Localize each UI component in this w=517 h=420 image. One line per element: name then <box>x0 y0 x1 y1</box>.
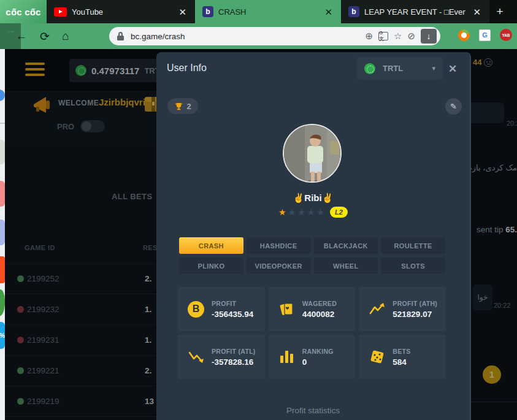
tab-strip: cốc cốc YouTube ✕ b CRASH ✕ b LEAP YEAR … <box>0 0 517 23</box>
stats-grid: B PROFIT -356435.94 WAGERED 4400082 <box>178 287 446 379</box>
stat-card-ranking: RANKING 0 <box>269 335 356 379</box>
stat-value: 4400082 <box>302 310 337 319</box>
currency-value: TRTL <box>383 64 426 73</box>
ranking-bars-icon <box>280 351 293 363</box>
avatar <box>283 124 342 183</box>
address-bar[interactable]: bc.game/crash ⊕ G文 ☆ ⊘ ↓ <box>109 27 440 45</box>
browser-toolbar: ← → ⟳ ⌂ bc.game/crash ⊕ G文 ☆ ⊘ ↓ G YAB <box>0 23 517 49</box>
star-icon: ★ <box>278 208 286 216</box>
stat-label: RANKING <box>302 348 334 355</box>
stat-value: 0 <box>302 357 334 367</box>
bitcoin-icon: B <box>188 301 204 318</box>
sidebar-divider <box>0 123 5 124</box>
tab-videopoker-stats[interactable]: VIDEOPOKER <box>247 258 311 274</box>
sidebar-app-icon[interactable] <box>0 181 5 207</box>
tab-youtube[interactable]: YouTube ✕ <box>47 0 195 23</box>
trophy-icon <box>174 102 183 111</box>
sidebar-app-icon[interactable] <box>0 256 5 283</box>
trtl-coin-icon <box>364 63 375 74</box>
game-tabs: CRASH HASHDICE BLACKJACK ROULETTE PLINKO… <box>179 237 445 274</box>
tab-label: YouTube <box>72 7 171 17</box>
stat-value: -357828.16 <box>212 357 256 367</box>
trend-up-icon <box>369 302 385 316</box>
star-icon: ★ <box>297 208 305 216</box>
translate-icon[interactable]: G文 <box>378 32 388 40</box>
tab-close-icon[interactable]: ✕ <box>322 6 335 18</box>
dice-icon <box>369 349 385 365</box>
modal-title: User Info <box>167 63 207 74</box>
zoom-plus-icon[interactable]: ⊕ <box>365 31 373 42</box>
lock-icon[interactable] <box>117 32 124 40</box>
stat-card-profit-atl: PROFIT (ATL) -357828.16 <box>178 335 265 379</box>
youtube-icon <box>54 7 67 17</box>
profile-username: ✌Ribi✌ <box>156 193 470 204</box>
stat-card-profit: B PROFIT -356435.94 <box>178 287 265 331</box>
sidebar-app-icon[interactable] <box>0 220 5 245</box>
stat-label: WAGERED <box>302 300 337 307</box>
forward-icon[interactable]: → <box>0 23 21 49</box>
adblock-extension-icon[interactable] <box>456 27 472 42</box>
yab-extension-icon[interactable]: YAB <box>500 29 512 41</box>
stat-label: PROFIT (ATH) <box>393 300 437 307</box>
star-icon: ★ <box>316 208 324 216</box>
coccoc-logo[interactable]: cốc cốc <box>0 0 47 23</box>
stat-label: BETS <box>393 348 410 355</box>
profit-statistics-link[interactable]: Profit statistics <box>156 406 470 415</box>
web-page: 0.47973117 TRTL WELCOME Jzirbbjqvri <box>0 49 517 420</box>
stat-card-wagered: WAGERED 4400082 <box>269 287 356 331</box>
tab-close-icon[interactable]: ✕ <box>470 6 483 18</box>
star-icon: ★ <box>307 208 315 216</box>
tab-hashdice-stats[interactable]: HASHDICE <box>247 237 311 254</box>
stat-value: 584 <box>393 357 410 367</box>
bcgame-icon: b <box>202 6 213 17</box>
sidebar-app-icon[interactable] <box>0 90 5 101</box>
level-badge: L2 <box>330 207 348 218</box>
tab-wheel-stats[interactable]: WHEEL <box>314 258 378 274</box>
stat-label: PROFIT <box>212 300 253 307</box>
sidebar-app-icon[interactable] <box>0 140 5 164</box>
tab-label: CRASH <box>218 7 317 17</box>
bookmark-star-icon[interactable]: ☆ <box>394 31 402 42</box>
close-icon[interactable]: ✕ <box>448 63 457 75</box>
url-text[interactable]: bc.game/crash <box>131 32 359 41</box>
download-button[interactable]: ↓ <box>421 29 437 44</box>
google-translate-extension-icon[interactable]: G <box>479 29 491 41</box>
browser-window: cốc cốc YouTube ✕ b CRASH ✕ b LEAP YEAR … <box>0 0 517 420</box>
tab-leap-year-event[interactable]: b LEAP YEAR EVENT - □Event - C ✕ <box>341 0 489 23</box>
shield-block-icon[interactable]: ⊘ <box>407 31 415 42</box>
sidebar-app-icon[interactable]: % <box>0 322 5 349</box>
star-rating: ★ ★ ★ ★ ★ L2 <box>156 207 470 218</box>
user-info-modal: User Info TRTL ▾ ✕ 2 ✎ <box>156 52 471 420</box>
extensions-row: G YAB <box>458 29 512 41</box>
tab-blackjack-stats[interactable]: BLACKJACK <box>314 237 378 254</box>
stat-value: 521829.07 <box>393 310 437 319</box>
trend-down-icon <box>188 350 204 364</box>
sidebar-app-icon[interactable] <box>0 289 5 316</box>
edit-profile-button[interactable]: ✎ <box>445 98 462 115</box>
tab-crash-stats[interactable]: CRASH <box>179 237 243 254</box>
stat-card-bets: BETS 584 <box>359 335 446 379</box>
currency-select[interactable]: TRTL ▾ <box>357 57 443 80</box>
bcgame-icon: b <box>348 6 359 17</box>
tab-close-icon[interactable]: ✕ <box>176 6 189 18</box>
new-tab-button[interactable]: + <box>489 0 510 23</box>
tab-crash[interactable]: b CRASH ✕ <box>195 0 341 23</box>
trophy-badge[interactable]: 2 <box>167 98 198 114</box>
star-icon: ★ <box>288 208 296 216</box>
tab-roulette-stats[interactable]: ROULETTE <box>381 237 445 254</box>
stat-label: PROFIT (ATL) <box>212 348 256 355</box>
trophy-count: 2 <box>186 102 191 111</box>
cards-icon <box>278 301 294 317</box>
stat-card-profit-ath: PROFIT (ATH) 521829.07 <box>359 287 446 331</box>
tab-slots-stats[interactable]: SLOTS <box>381 258 445 274</box>
stat-value: -356435.94 <box>212 310 253 319</box>
tab-plinko-stats[interactable]: PLINKO <box>179 258 243 274</box>
tab-label: LEAP YEAR EVENT - □Event - C <box>364 7 465 17</box>
coccoc-sidebar: % <box>0 49 5 420</box>
home-icon[interactable]: ⌂ <box>55 29 76 43</box>
reload-icon[interactable]: ⟳ <box>34 29 55 44</box>
chevron-down-icon: ▾ <box>432 64 435 72</box>
